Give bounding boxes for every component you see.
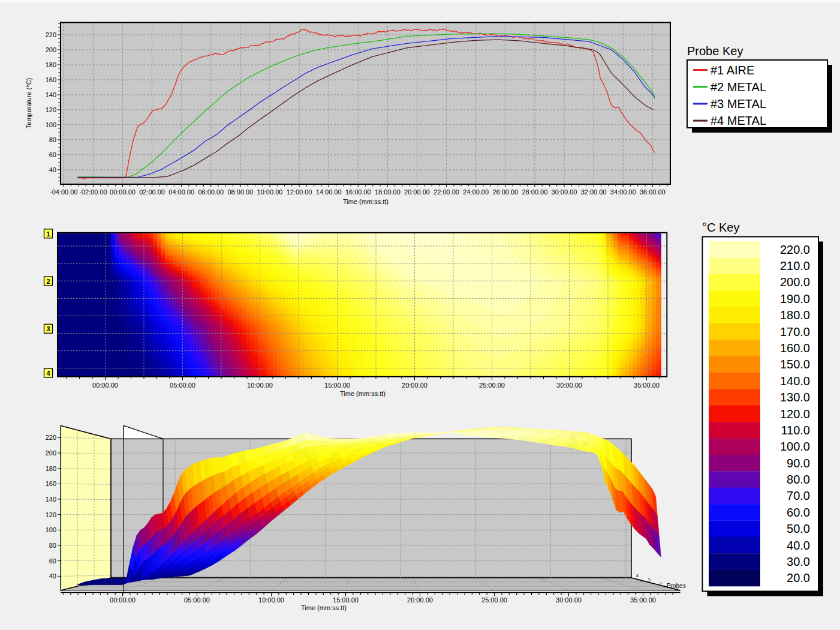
svg-text:200: 200 [46,46,56,53]
svg-text:05:00.00: 05:00.00 [170,382,195,389]
svg-text:220: 220 [46,434,56,441]
svg-text:26:00.00: 26:00.00 [492,188,518,196]
svg-text:14:00.00: 14:00.00 [316,188,342,196]
svg-text:#2 METAL: #2 METAL [710,80,766,94]
svg-text:80: 80 [49,136,56,143]
svg-text:20:00.00: 20:00.00 [402,382,427,389]
svg-text:28:00.00: 28:00.00 [522,188,547,196]
svg-text:160.0: 160.0 [780,341,810,355]
svg-text:04:00.00: 04:00.00 [168,188,194,196]
svg-text:-04:00.00: -04:00.00 [50,188,77,196]
svg-text:Temperature (°C): Temperature (°C) [25,78,32,128]
svg-text:20.0: 20.0 [787,571,810,584]
svg-text:35:00.00: 35:00.00 [630,596,656,604]
svg-text:Time (mm:ss.tt): Time (mm:ss.tt) [301,604,347,611]
svg-text:22:00.00: 22:00.00 [433,188,459,196]
svg-text:40: 40 [49,572,56,580]
svg-text:130.0: 130.0 [780,391,810,404]
svg-text:100.0: 100.0 [780,440,810,453]
svg-text:16:00.00: 16:00.00 [345,188,371,196]
svg-text:10:00.00: 10:00.00 [258,596,284,604]
svg-text:140.0: 140.0 [780,374,810,388]
svg-text:-02:00.00: -02:00.00 [79,188,107,196]
svg-text:08:00.00: 08:00.00 [227,188,253,196]
svg-text:10:00.00: 10:00.00 [257,188,283,196]
svg-text:30:00.00: 30:00.00 [556,596,582,604]
svg-text:00:00.00: 00:00.00 [110,596,136,604]
svg-text:Probes: Probes [667,583,686,589]
svg-text:50.0: 50.0 [787,522,810,535]
svg-text:160: 160 [46,480,56,487]
svg-text:220.0: 220.0 [780,243,810,256]
svg-text:15:00.00: 15:00.00 [333,596,359,604]
svg-text:10:00.00: 10:00.00 [247,382,273,389]
svg-text:40: 40 [49,166,56,173]
svg-text:140: 140 [46,496,56,503]
svg-text:2: 2 [660,581,663,587]
svg-text:35:00.00: 35:00.00 [634,382,660,389]
svg-text:180: 180 [46,61,56,68]
svg-text:70.0: 70.0 [787,489,810,502]
svg-text:02:00.00: 02:00.00 [139,188,165,196]
svg-text:30.0: 30.0 [787,555,810,568]
svg-text:210.0: 210.0 [780,259,810,272]
svg-text:30:00.00: 30:00.00 [552,188,577,196]
svg-text:Time (mm:ss.tt): Time (mm:ss.tt) [343,198,389,205]
svg-text:80.0: 80.0 [787,473,810,486]
svg-text:#1 AIRE: #1 AIRE [710,64,754,77]
svg-text:12:00.00: 12:00.00 [287,188,312,196]
svg-text:32:00.00: 32:00.00 [581,188,607,196]
svg-text:170.0: 170.0 [780,325,810,338]
svg-text:180: 180 [46,465,56,472]
svg-text:05:00.00: 05:00.00 [184,596,210,604]
svg-text:3: 3 [46,325,50,332]
svg-text:1: 1 [46,230,50,238]
svg-text:60: 60 [49,151,56,158]
svg-text:110.0: 110.0 [781,424,810,437]
svg-text:90.0: 90.0 [787,457,810,470]
svg-text:180.0: 180.0 [780,308,810,322]
svg-text:15:00.00: 15:00.00 [324,382,350,389]
svg-text:#3 METAL: #3 METAL [710,97,766,110]
svg-text:120: 120 [46,511,56,518]
svg-text:160: 160 [46,76,56,83]
svg-text:150.0: 150.0 [780,358,810,371]
svg-text:00:00.00: 00:00.00 [110,188,136,196]
svg-text:36:00.00: 36:00.00 [640,188,666,196]
svg-text:60.0: 60.0 [787,506,810,519]
svg-text:00:00.00: 00:00.00 [92,382,118,389]
svg-text:34:00.00: 34:00.00 [610,188,636,196]
svg-text:4: 4 [636,573,639,578]
svg-text:18:00.00: 18:00.00 [375,188,401,196]
svg-text:4: 4 [46,370,50,377]
svg-text:3: 3 [648,577,651,583]
svg-text:20:00.00: 20:00.00 [404,188,430,196]
svg-text:2: 2 [46,278,50,285]
svg-text:25:00.00: 25:00.00 [481,596,507,604]
svg-text:°C Key: °C Key [702,221,739,234]
svg-text:#4 METAL: #4 METAL [710,114,766,127]
svg-text:200: 200 [46,449,56,457]
svg-text:100: 100 [46,121,56,128]
svg-text:25:00.00: 25:00.00 [479,382,505,389]
svg-text:60: 60 [49,557,56,565]
svg-text:80: 80 [49,542,56,549]
svg-text:140: 140 [46,91,56,98]
svg-text:100: 100 [46,526,56,533]
svg-text:220: 220 [46,31,56,38]
svg-text:06:00.00: 06:00.00 [198,188,224,196]
svg-text:190.0: 190.0 [780,292,810,305]
svg-text:Time (mm:ss.tt): Time (mm:ss.tt) [340,390,386,397]
svg-text:Probe Key: Probe Key [687,44,743,58]
svg-text:24:00.00: 24:00.00 [463,188,489,196]
svg-text:120.0: 120.0 [780,407,810,421]
svg-text:30:00.00: 30:00.00 [556,382,582,389]
svg-text:40.0: 40.0 [787,539,810,552]
svg-text:120: 120 [46,106,56,113]
svg-text:200.0: 200.0 [780,275,810,289]
svg-text:20:00.00: 20:00.00 [407,596,433,604]
